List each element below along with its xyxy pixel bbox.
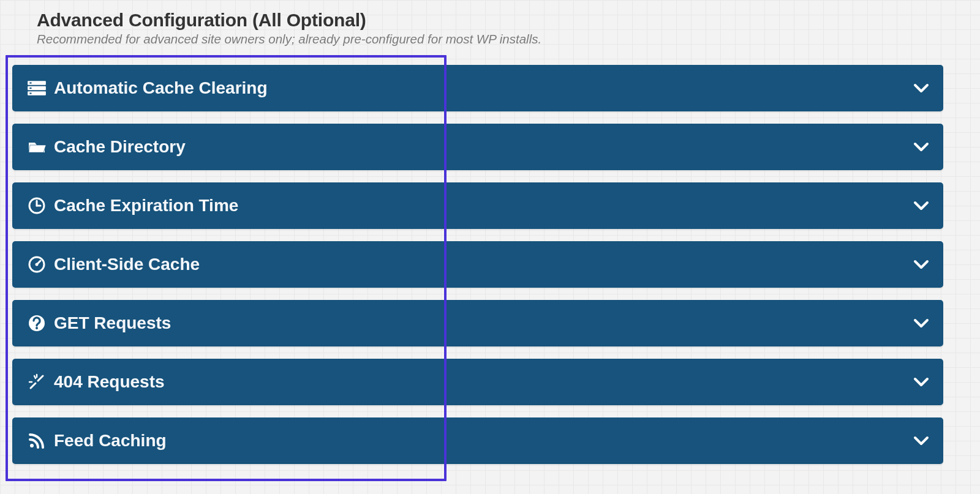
panel-404-requests[interactable]: 404 Requests bbox=[12, 359, 943, 405]
folder-open-icon bbox=[22, 138, 51, 156]
rss-icon bbox=[22, 431, 51, 451]
chevron-down-icon bbox=[913, 374, 930, 390]
panel-label: Automatic Cache Clearing bbox=[54, 78, 268, 98]
question-circle-icon bbox=[22, 313, 51, 333]
section-title: Advanced Configuration (All Optional) bbox=[37, 10, 943, 31]
advanced-config-container: Advanced Configuration (All Optional) Re… bbox=[12, 0, 943, 464]
chevron-down-icon bbox=[913, 433, 930, 449]
panel-automatic-cache-clearing[interactable]: Automatic Cache Clearing bbox=[12, 65, 943, 111]
chevron-down-icon bbox=[913, 80, 930, 96]
panel-label: Cache Directory bbox=[54, 137, 186, 157]
panel-cache-expiration-time[interactable]: Cache Expiration Time bbox=[12, 182, 943, 229]
chevron-down-icon bbox=[913, 256, 930, 272]
chevron-down-icon bbox=[913, 198, 930, 214]
clock-icon bbox=[22, 196, 51, 215]
broken-link-icon bbox=[22, 372, 51, 392]
panel-label: GET Requests bbox=[54, 313, 171, 333]
section-subtitle: Recommended for advanced site owners onl… bbox=[37, 32, 943, 47]
panel-label: 404 Requests bbox=[54, 372, 165, 392]
dashboard-icon bbox=[22, 255, 51, 274]
section-header: Advanced Configuration (All Optional) Re… bbox=[12, 0, 943, 47]
accordion: Automatic Cache Clearing Cache Directory… bbox=[12, 65, 943, 464]
panel-get-requests[interactable]: GET Requests bbox=[12, 300, 943, 346]
server-icon bbox=[22, 79, 51, 97]
panel-label: Feed Caching bbox=[54, 431, 167, 451]
panel-label: Client-Side Cache bbox=[54, 255, 200, 274]
panel-label: Cache Expiration Time bbox=[54, 196, 238, 215]
panel-client-side-cache[interactable]: Client-Side Cache bbox=[12, 241, 943, 288]
panel-feed-caching[interactable]: Feed Caching bbox=[12, 417, 943, 464]
chevron-down-icon bbox=[913, 139, 930, 155]
chevron-down-icon bbox=[913, 315, 930, 331]
panel-cache-directory[interactable]: Cache Directory bbox=[12, 124, 943, 170]
